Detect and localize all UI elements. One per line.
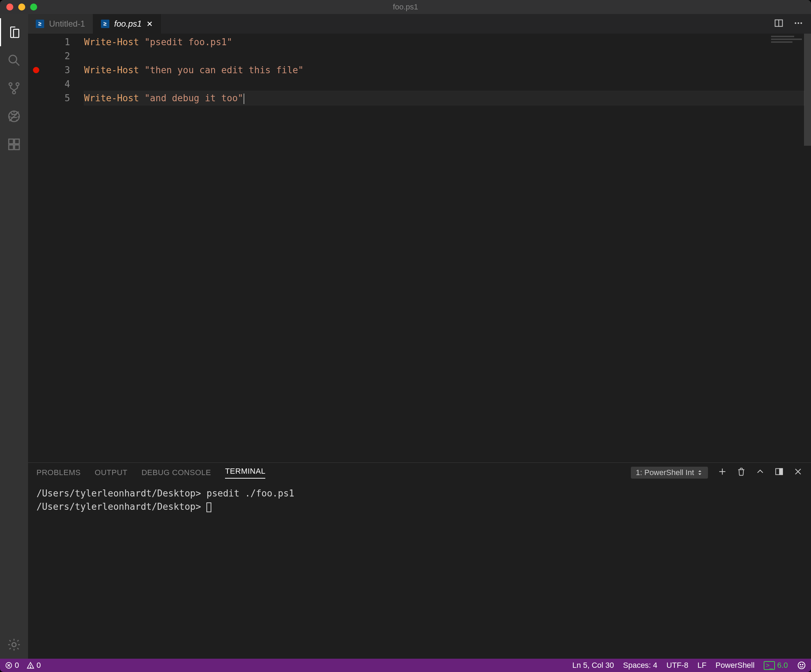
svg-point-31: [800, 664, 801, 665]
search-icon[interactable]: [0, 46, 28, 74]
close-tab-icon[interactable]: [146, 21, 153, 27]
panel-tab-debug-console[interactable]: DEBUG CONSOLE: [142, 468, 211, 477]
activity-bar: [0, 14, 28, 659]
breakpoint-icon[interactable]: [33, 67, 39, 73]
svg-point-32: [802, 664, 803, 665]
minimize-window-button[interactable]: [18, 3, 25, 10]
panel-tab-problems[interactable]: PROBLEMS: [36, 468, 81, 477]
vscode-window: foo.ps1: [0, 0, 811, 672]
close-panel-icon[interactable]: [794, 467, 803, 478]
svg-point-3: [16, 83, 19, 85]
terminal[interactable]: /Users/tylerleonhardt/Desktop> psedit ./…: [28, 482, 811, 659]
tab-label: Untitled-1: [49, 19, 85, 29]
svg-point-2: [9, 83, 12, 85]
line-number: 2: [64, 51, 70, 61]
toggle-panel-position-icon[interactable]: [775, 467, 784, 478]
window-controls: [6, 3, 37, 10]
svg-point-11: [12, 643, 16, 647]
svg-point-16: [795, 22, 797, 24]
settings-gear-icon[interactable]: [0, 631, 28, 659]
status-encoding[interactable]: UTF-8: [667, 661, 688, 670]
svg-line-6: [10, 112, 19, 121]
powershell-icon: ≥: [101, 20, 109, 28]
text-cursor: [244, 93, 244, 104]
split-editor-icon[interactable]: [774, 18, 784, 29]
line-number: 3: [64, 65, 70, 75]
code-area[interactable]: Write-Host "psedit foo.ps1" Write-Host "…: [84, 35, 804, 105]
debug-icon[interactable]: [0, 102, 28, 130]
line-number: 4: [64, 79, 70, 89]
svg-rect-9: [15, 145, 19, 150]
svg-point-0: [9, 55, 17, 63]
editor-tabs: ≥ Untitled-1 ≥ foo.ps1: [28, 14, 811, 34]
status-warnings[interactable]: 0: [27, 661, 41, 670]
status-errors[interactable]: 0: [5, 661, 19, 670]
svg-point-4: [13, 91, 15, 94]
terminal-line: /Users/tylerleonhardt/Desktop>: [36, 501, 207, 512]
panel-tabs: PROBLEMS OUTPUT DEBUG CONSOLE TERMINAL 1…: [28, 463, 811, 482]
line-number: 5: [64, 93, 70, 103]
maximize-window-button[interactable]: [30, 3, 37, 10]
kill-terminal-icon[interactable]: [737, 467, 746, 478]
status-eol[interactable]: LF: [697, 661, 707, 670]
explorer-icon[interactable]: [0, 18, 28, 46]
status-bar: 0 0 Ln 5, Col 30 Spaces: 4 UTF-8 LF Powe…: [0, 659, 811, 672]
source-control-icon[interactable]: [0, 74, 28, 102]
svg-point-30: [798, 662, 805, 669]
extensions-icon[interactable]: [0, 130, 28, 158]
status-cursor-position[interactable]: Ln 5, Col 30: [572, 661, 614, 670]
powershell-icon: ≥: [36, 20, 44, 28]
window-title: foo.ps1: [0, 2, 811, 12]
tab-foo-ps1[interactable]: ≥ foo.ps1: [93, 14, 161, 34]
status-language-mode[interactable]: PowerShell: [716, 661, 755, 670]
panel-tab-output[interactable]: OUTPUT: [95, 468, 127, 477]
more-actions-icon[interactable]: [794, 18, 803, 29]
svg-rect-7: [9, 139, 13, 144]
terminal-cursor: [207, 503, 211, 512]
panel-tab-terminal[interactable]: TERMINAL: [225, 467, 265, 479]
svg-point-18: [801, 22, 802, 24]
terminal-line: /Users/tylerleonhardt/Desktop> psedit ./…: [36, 488, 294, 499]
feedback-smiley-icon[interactable]: [797, 661, 806, 670]
editor-actions: [766, 14, 811, 34]
gutter[interactable]: 1 2 3 4 5: [28, 34, 84, 462]
svg-rect-22: [779, 469, 782, 474]
svg-rect-8: [9, 145, 13, 150]
tab-label: foo.ps1: [114, 19, 142, 29]
svg-point-17: [798, 22, 799, 24]
titlebar[interactable]: foo.ps1: [0, 0, 811, 14]
line-number: 1: [64, 37, 70, 47]
tab-untitled-1[interactable]: ≥ Untitled-1: [28, 14, 93, 34]
maximize-panel-icon[interactable]: [756, 467, 765, 478]
terminal-selector[interactable]: 1: PowerShell Int: [631, 467, 708, 479]
bottom-panel: PROBLEMS OUTPUT DEBUG CONSOLE TERMINAL 1…: [28, 462, 811, 659]
editor-scrollbar[interactable]: [804, 34, 811, 462]
code-editor[interactable]: 1 2 3 4 5 Write-Host "psedit foo.ps1" Wr…: [28, 34, 811, 462]
svg-line-1: [16, 62, 19, 66]
status-powershell-version[interactable]: >_6.0: [763, 661, 788, 670]
svg-point-29: [30, 667, 31, 668]
new-terminal-icon[interactable]: [718, 467, 727, 478]
status-indentation[interactable]: Spaces: 4: [623, 661, 658, 670]
close-window-button[interactable]: [6, 3, 13, 10]
svg-rect-10: [15, 139, 19, 144]
